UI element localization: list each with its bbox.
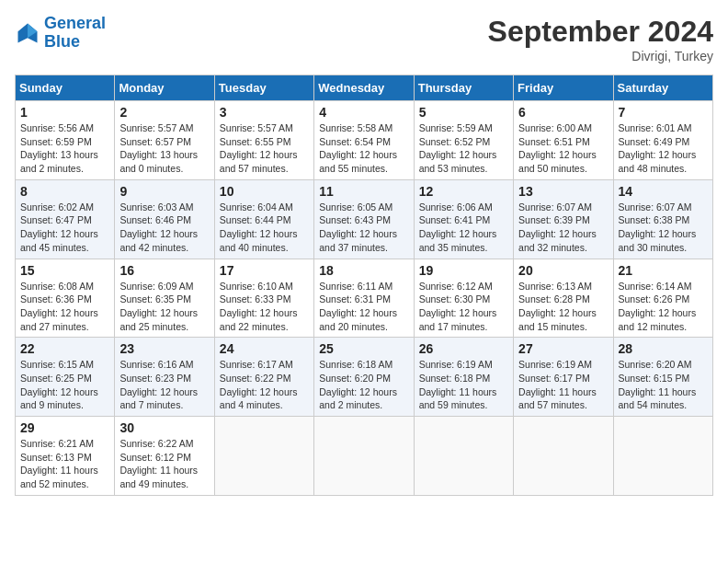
location: Divrigi, Turkey bbox=[488, 49, 713, 63]
day-number: 13 bbox=[518, 184, 608, 199]
day-number: 8 bbox=[20, 184, 109, 199]
day-info: Sunrise: 6:06 AM Sunset: 6:41 PM Dayligh… bbox=[419, 201, 508, 255]
day-info: Sunrise: 5:57 AM Sunset: 6:57 PM Dayligh… bbox=[119, 121, 209, 176]
header-tuesday: Tuesday bbox=[214, 75, 313, 101]
day-info: Sunrise: 6:11 AM Sunset: 6:31 PM Dayligh… bbox=[319, 280, 408, 334]
calendar-cell: 6Sunrise: 6:00 AM Sunset: 6:51 PM Daylig… bbox=[514, 101, 613, 180]
header-friday: Friday bbox=[514, 75, 613, 101]
calendar-cell: 16Sunrise: 6:09 AM Sunset: 6:35 PM Dayli… bbox=[115, 259, 214, 338]
day-number: 19 bbox=[419, 263, 508, 278]
day-number: 11 bbox=[319, 184, 408, 199]
day-number: 4 bbox=[319, 105, 408, 120]
calendar-cell: 27Sunrise: 6:19 AM Sunset: 6:17 PM Dayli… bbox=[514, 338, 613, 417]
day-info: Sunrise: 6:04 AM Sunset: 6:44 PM Dayligh… bbox=[220, 201, 309, 255]
day-number: 15 bbox=[20, 263, 109, 278]
calendar-week-row: 29Sunrise: 6:21 AM Sunset: 6:13 PM Dayli… bbox=[16, 417, 713, 496]
day-number: 6 bbox=[518, 105, 608, 120]
calendar-week-row: 1Sunrise: 5:56 AM Sunset: 6:59 PM Daylig… bbox=[16, 101, 713, 180]
calendar-cell bbox=[514, 417, 613, 496]
day-number: 12 bbox=[419, 184, 508, 199]
calendar-cell: 9Sunrise: 6:03 AM Sunset: 6:46 PM Daylig… bbox=[115, 179, 214, 259]
day-info: Sunrise: 5:57 AM Sunset: 6:55 PM Dayligh… bbox=[220, 121, 309, 176]
calendar-week-row: 22Sunrise: 6:15 AM Sunset: 6:25 PM Dayli… bbox=[16, 338, 713, 417]
day-number: 7 bbox=[619, 105, 708, 120]
calendar-cell: 22Sunrise: 6:15 AM Sunset: 6:25 PM Dayli… bbox=[16, 338, 115, 417]
calendar-cell bbox=[414, 417, 513, 496]
logo-icon bbox=[15, 20, 40, 46]
calendar-cell: 4Sunrise: 5:58 AM Sunset: 6:54 PM Daylig… bbox=[314, 101, 414, 180]
logo-general: General bbox=[44, 14, 106, 32]
calendar-cell: 17Sunrise: 6:10 AM Sunset: 6:33 PM Dayli… bbox=[214, 259, 313, 338]
calendar-cell: 8Sunrise: 6:02 AM Sunset: 6:47 PM Daylig… bbox=[16, 179, 115, 259]
day-number: 24 bbox=[220, 341, 309, 356]
calendar-header-row: SundayMondayTuesdayWednesdayThursdayFrid… bbox=[16, 75, 713, 101]
day-number: 18 bbox=[319, 263, 408, 278]
logo: General Blue bbox=[15, 15, 106, 52]
day-number: 28 bbox=[619, 341, 708, 356]
day-number: 5 bbox=[419, 105, 508, 120]
calendar-cell: 15Sunrise: 6:08 AM Sunset: 6:36 PM Dayli… bbox=[16, 259, 115, 338]
day-info: Sunrise: 6:10 AM Sunset: 6:33 PM Dayligh… bbox=[220, 280, 309, 334]
day-info: Sunrise: 5:56 AM Sunset: 6:59 PM Dayligh… bbox=[20, 121, 109, 176]
calendar-cell: 14Sunrise: 6:07 AM Sunset: 6:38 PM Dayli… bbox=[613, 179, 712, 259]
calendar-cell: 26Sunrise: 6:19 AM Sunset: 6:18 PM Dayli… bbox=[414, 338, 513, 417]
header-monday: Monday bbox=[115, 75, 214, 101]
day-number: 20 bbox=[518, 263, 608, 278]
header-saturday: Saturday bbox=[613, 75, 712, 101]
calendar-cell: 20Sunrise: 6:13 AM Sunset: 6:28 PM Dayli… bbox=[514, 259, 613, 338]
day-info: Sunrise: 6:21 AM Sunset: 6:13 PM Dayligh… bbox=[20, 437, 109, 491]
day-info: Sunrise: 6:14 AM Sunset: 6:26 PM Dayligh… bbox=[619, 280, 708, 334]
calendar-week-row: 15Sunrise: 6:08 AM Sunset: 6:36 PM Dayli… bbox=[16, 259, 713, 338]
day-number: 3 bbox=[220, 105, 309, 120]
calendar-cell: 29Sunrise: 6:21 AM Sunset: 6:13 PM Dayli… bbox=[16, 417, 115, 496]
day-info: Sunrise: 6:02 AM Sunset: 6:47 PM Dayligh… bbox=[20, 201, 109, 255]
day-info: Sunrise: 6:08 AM Sunset: 6:36 PM Dayligh… bbox=[20, 280, 109, 334]
calendar-cell: 11Sunrise: 6:05 AM Sunset: 6:43 PM Dayli… bbox=[314, 179, 414, 259]
calendar-cell: 2Sunrise: 5:57 AM Sunset: 6:57 PM Daylig… bbox=[115, 101, 214, 180]
calendar-cell: 25Sunrise: 6:18 AM Sunset: 6:20 PM Dayli… bbox=[314, 338, 414, 417]
day-info: Sunrise: 6:20 AM Sunset: 6:15 PM Dayligh… bbox=[619, 358, 708, 412]
calendar-cell: 19Sunrise: 6:12 AM Sunset: 6:30 PM Dayli… bbox=[414, 259, 513, 338]
calendar-cell bbox=[314, 417, 414, 496]
logo-blue: Blue bbox=[44, 32, 80, 51]
title-block: September 2024 Divrigi, Turkey bbox=[488, 15, 713, 63]
calendar-cell: 28Sunrise: 6:20 AM Sunset: 6:15 PM Dayli… bbox=[613, 338, 712, 417]
day-number: 1 bbox=[20, 105, 109, 120]
day-info: Sunrise: 6:07 AM Sunset: 6:39 PM Dayligh… bbox=[518, 201, 608, 255]
day-info: Sunrise: 5:59 AM Sunset: 6:52 PM Dayligh… bbox=[419, 121, 508, 176]
calendar-cell: 5Sunrise: 5:59 AM Sunset: 6:52 PM Daylig… bbox=[414, 101, 513, 180]
day-number: 27 bbox=[518, 341, 608, 356]
month-title: September 2024 bbox=[488, 15, 713, 49]
header-wednesday: Wednesday bbox=[314, 75, 414, 101]
calendar-cell: 24Sunrise: 6:17 AM Sunset: 6:22 PM Dayli… bbox=[214, 338, 313, 417]
day-number: 21 bbox=[619, 263, 708, 278]
calendar-cell: 30Sunrise: 6:22 AM Sunset: 6:12 PM Dayli… bbox=[115, 417, 214, 496]
calendar-cell: 18Sunrise: 6:11 AM Sunset: 6:31 PM Dayli… bbox=[314, 259, 414, 338]
calendar-cell bbox=[613, 417, 712, 496]
day-number: 17 bbox=[220, 263, 309, 278]
calendar-cell: 10Sunrise: 6:04 AM Sunset: 6:44 PM Dayli… bbox=[214, 179, 313, 259]
header-sunday: Sunday bbox=[16, 75, 115, 101]
day-info: Sunrise: 5:58 AM Sunset: 6:54 PM Dayligh… bbox=[319, 121, 408, 176]
day-number: 29 bbox=[20, 420, 109, 435]
day-info: Sunrise: 6:22 AM Sunset: 6:12 PM Dayligh… bbox=[119, 437, 209, 491]
calendar-cell bbox=[214, 417, 313, 496]
day-number: 25 bbox=[319, 341, 408, 356]
day-number: 14 bbox=[619, 184, 708, 199]
day-info: Sunrise: 6:01 AM Sunset: 6:49 PM Dayligh… bbox=[619, 121, 708, 176]
day-info: Sunrise: 6:17 AM Sunset: 6:22 PM Dayligh… bbox=[220, 358, 309, 412]
day-info: Sunrise: 6:16 AM Sunset: 6:23 PM Dayligh… bbox=[119, 358, 209, 412]
day-number: 9 bbox=[119, 184, 209, 199]
day-number: 10 bbox=[220, 184, 309, 199]
day-number: 22 bbox=[20, 341, 109, 356]
day-number: 26 bbox=[419, 341, 508, 356]
day-number: 30 bbox=[119, 420, 209, 435]
day-info: Sunrise: 6:05 AM Sunset: 6:43 PM Dayligh… bbox=[319, 201, 408, 255]
calendar-cell: 7Sunrise: 6:01 AM Sunset: 6:49 PM Daylig… bbox=[613, 101, 712, 180]
day-info: Sunrise: 6:07 AM Sunset: 6:38 PM Dayligh… bbox=[619, 201, 708, 255]
day-info: Sunrise: 6:19 AM Sunset: 6:18 PM Dayligh… bbox=[419, 358, 508, 412]
day-info: Sunrise: 6:09 AM Sunset: 6:35 PM Dayligh… bbox=[119, 280, 209, 334]
day-info: Sunrise: 6:19 AM Sunset: 6:17 PM Dayligh… bbox=[518, 358, 608, 412]
day-info: Sunrise: 6:13 AM Sunset: 6:28 PM Dayligh… bbox=[518, 280, 608, 334]
page-header: General Blue September 2024 Divrigi, Tur… bbox=[15, 15, 713, 63]
